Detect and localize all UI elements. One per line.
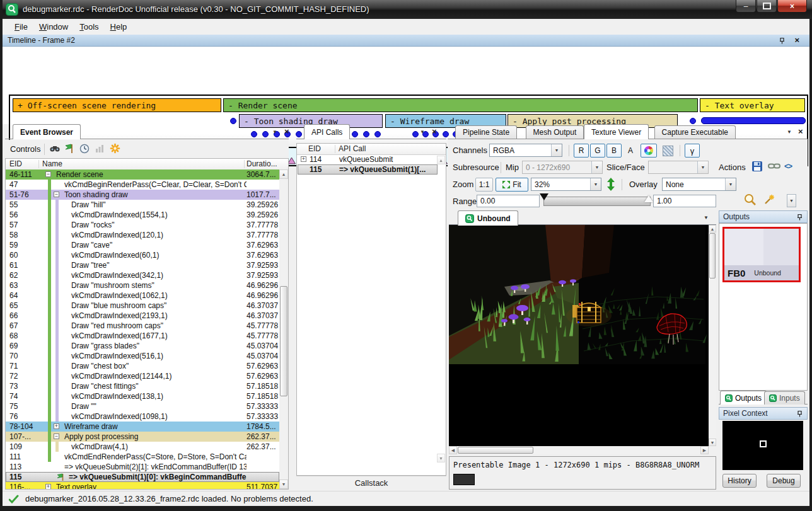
menu-item-file[interactable]: File — [9, 20, 33, 33]
event-row[interactable]: 111vkCmdEndRenderPass(C=Store, D=Store, … — [6, 452, 279, 462]
gamma-toggle[interactable]: γ — [685, 144, 700, 158]
event-row[interactable]: 60vkCmdDrawIndexed(60,1)37.62963 — [6, 250, 279, 260]
event-row[interactable]: 72vkCmdDrawIndexed(12144,1)57.62963 — [6, 371, 279, 381]
zoom-select[interactable]: 32%▼ — [531, 178, 601, 191]
menu-item-tools[interactable]: Tools — [74, 20, 104, 33]
pin-icon[interactable] — [796, 214, 803, 221]
zoom-fit-button[interactable]: Fit — [496, 178, 528, 192]
tab-inputs[interactable]: Inputs — [764, 391, 805, 405]
pixel-context-header[interactable]: Pixel Context — [719, 407, 808, 420]
event-browser-close-icon[interactable]: × — [284, 127, 289, 136]
event-row[interactable]: 67Draw "red mushroom caps"45.77778 — [6, 321, 279, 331]
api-scroll-up-icon[interactable]: ▲ — [437, 156, 445, 164]
event-row[interactable]: 69Draw "grass blades"45.03704 — [6, 341, 279, 351]
range-min-input[interactable]: 0.00 — [477, 195, 540, 207]
event-row[interactable]: 61Draw "tree"37.92593 — [6, 260, 279, 270]
channel-alpha-toggle[interactable]: A — [623, 144, 638, 158]
event-row[interactable]: 51-76−Toon shading draw1017.7... — [6, 190, 279, 200]
history-button[interactable]: History — [722, 474, 757, 488]
overlay-select[interactable]: None▼ — [662, 178, 736, 191]
timeline-panel-header[interactable]: Timeline - Frame #2 × — [3, 35, 809, 47]
event-row[interactable]: 70vkCmdDrawIndexed(516,1)45.03704 — [6, 351, 279, 361]
event-browser-header[interactable]: EID Name Duratio... — [6, 159, 288, 170]
event-row[interactable]: 63Draw "mushroom stems"46.96296 — [6, 280, 279, 290]
callstack-bar[interactable]: Callstack — [296, 476, 446, 490]
scroll-up-icon[interactable]: ▲ — [279, 169, 288, 179]
tab-capture-executable[interactable]: Capture Executable — [654, 125, 736, 139]
timeline-event-dot[interactable] — [230, 118, 236, 124]
goto-bookmark-flag-icon[interactable] — [64, 143, 74, 154]
timeline-marker-bar[interactable]: + Off-screen scene rendering — [13, 98, 221, 112]
event-row[interactable]: 113=> vkQueueSubmit(2)[1]: vkEndCommandB… — [6, 462, 279, 472]
event-row[interactable]: 58vkCmdDrawIndexed(120,1)37.77778 — [6, 230, 279, 240]
texture-vscrollbar[interactable]: ▲ ▼ — [709, 225, 716, 446]
range-max-input[interactable]: 1.00 — [653, 195, 716, 207]
range-autofit-magnifier-icon[interactable] — [744, 193, 757, 206]
timeline-marker-bar[interactable]: - Render scene — [223, 98, 698, 112]
menu-item-help[interactable]: Help — [105, 20, 133, 33]
texture-canvas[interactable] — [449, 225, 709, 446]
event-row[interactable]: 57Draw "rocks"37.77778 — [6, 220, 279, 230]
event-row[interactable]: 59Draw "cave"37.62963 — [6, 240, 279, 250]
mip-select[interactable]: 0 - 1272x690▼ — [522, 161, 603, 174]
debug-button[interactable]: Debug — [767, 474, 801, 488]
tab-outputs[interactable]: Outputs — [720, 391, 767, 405]
alpha-checker-button[interactable] — [659, 144, 676, 158]
event-row[interactable]: 109vkCmdDraw(4,1)262.37... — [6, 442, 279, 452]
timeline-close-icon[interactable]: × — [794, 35, 799, 45]
range-options-mini-combo[interactable]: ▼ — [787, 194, 796, 207]
event-row[interactable]: 55Draw "hill"39.25926 — [6, 200, 279, 210]
statistics-chart-icon[interactable] — [95, 144, 105, 154]
scroll-right-icon[interactable]: ▶ — [700, 446, 709, 454]
collapse-icon[interactable]: − — [54, 192, 59, 197]
event-row[interactable]: 116-...+Text overlay511.7037 — [6, 482, 279, 490]
expand-icon[interactable]: + — [45, 484, 51, 490]
channel-red-toggle[interactable]: R — [574, 144, 589, 158]
pin-icon[interactable] — [779, 37, 786, 45]
save-icon[interactable] — [751, 161, 763, 172]
scrollbar-thumb[interactable] — [458, 447, 533, 454]
range-black-handle[interactable] — [540, 193, 548, 200]
outputs-header[interactable]: Outputs — [719, 210, 808, 223]
event-row[interactable]: 75Draw ""57.33333 — [6, 401, 279, 411]
texture-viewer-close-icon[interactable]: × — [798, 127, 803, 136]
slice-face-select[interactable]: ▼ — [648, 161, 709, 174]
timeline-marker-bar[interactable]: - Text overlay — [700, 98, 805, 112]
scroll-up-icon[interactable]: ▲ — [709, 225, 716, 233]
open-in-code-icon[interactable]: <> — [784, 162, 792, 171]
pixel-context-canvas[interactable] — [722, 421, 803, 470]
maximize-button[interactable] — [757, 0, 777, 13]
event-row[interactable]: 74vkCmdDrawIndexed(138,1)57.18518 — [6, 391, 279, 401]
event-row[interactable]: 47vkCmdBeginRenderPass(C=Clear, D=Clear,… — [6, 180, 279, 190]
tab-pipeline-state[interactable]: Pipeline State — [455, 125, 517, 139]
event-row[interactable]: 46-111−Render scene3064.7... — [6, 169, 279, 180]
expand-icon[interactable]: + — [54, 423, 59, 429]
timeline-event-dot[interactable] — [690, 118, 696, 124]
zoom-1to1-button[interactable]: 1:1 — [475, 178, 493, 192]
minimize-button[interactable]: – — [736, 0, 756, 13]
event-row[interactable]: 64vkCmdDrawIndexed(1062,1)46.96296 — [6, 290, 279, 301]
event-browser-scrollbar[interactable]: ▲ ▼ — [279, 169, 288, 489]
tab-unbound-texture[interactable]: Unbound — [458, 210, 518, 226]
scrollbar-thumb[interactable] — [280, 286, 287, 396]
texture-hscrollbar[interactable]: ◀ ▶ — [449, 446, 709, 454]
api-calls-header[interactable]: EID API Call — [297, 144, 446, 155]
event-row[interactable]: 78-104+Wireframe draw1784.5... — [6, 422, 279, 432]
scrollbar-thumb[interactable] — [709, 233, 716, 278]
event-row[interactable]: 68vkCmdDrawIndexed(1677,1)45.77778 — [6, 331, 279, 341]
event-row[interactable]: 71Draw "chest box"57.62963 — [6, 361, 279, 371]
tab-event-browser[interactable]: Event Browser — [13, 124, 81, 139]
tab-api-calls[interactable]: API Calls — [304, 124, 350, 139]
find-event-icon[interactable] — [49, 144, 61, 154]
api-scroll-down-icon[interactable]: ▼ — [437, 454, 445, 462]
range-slider-track[interactable] — [543, 197, 651, 206]
event-row[interactable]: 76vkCmdDrawIndexed(1098,1)57.33333 — [6, 411, 279, 422]
close-button[interactable]: × — [777, 0, 807, 13]
scroll-down-icon[interactable]: ▼ — [709, 439, 716, 446]
api-calls-close-icon[interactable]: × — [432, 127, 437, 136]
api-calls-menu-caret-icon[interactable]: ▼ — [420, 129, 425, 135]
range-white-handle[interactable] — [644, 195, 653, 202]
link-icon[interactable] — [768, 161, 780, 171]
custom-star-icon[interactable] — [110, 143, 120, 154]
timeline-draws-pill[interactable] — [701, 117, 806, 124]
